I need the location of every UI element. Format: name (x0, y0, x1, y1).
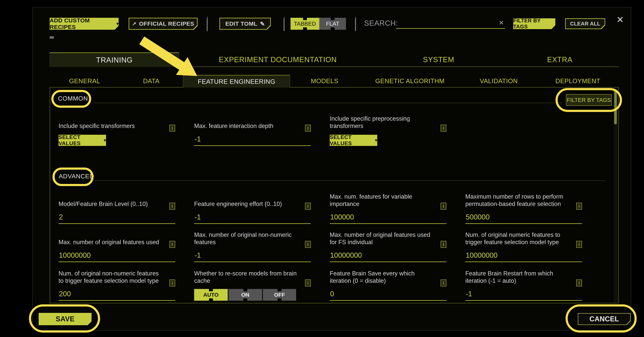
external-arrow-icon: ↗ (132, 21, 136, 27)
clear-all-label: CLEAR ALL (570, 21, 600, 27)
sub-tabs: GENERAL DATA FEATURE ENGINEERING MODELS … (50, 75, 619, 87)
field-label: Num. of original non-numeric features to… (58, 270, 164, 285)
cancel-button[interactable]: CANCEL (578, 313, 631, 325)
search-clear-icon[interactable]: ✕ (499, 19, 504, 26)
view-mode-toggle: TABBED FLAT (290, 18, 346, 30)
field-num-nonnumeric-trigger-fs: Num. of original non-numeric features to… (58, 271, 186, 301)
info-icon[interactable]: i (576, 241, 582, 248)
expert-settings-modal: ADD CUSTOM RECIPES ▾ ↗ OFFICIAL RECIPES … (32, 7, 631, 331)
info-icon[interactable]: i (576, 203, 582, 210)
filter-by-tags-label: FILTER BY TAGS (513, 18, 555, 30)
field-input[interactable] (58, 212, 175, 224)
filter-by-tags-button[interactable]: FILTER BY TAGS (513, 18, 555, 29)
tab-system[interactable]: SYSTEM (376, 52, 501, 67)
tab-experiment-documentation-label: EXPERIMENT DOCUMENTATION (219, 56, 337, 64)
field-input[interactable] (194, 134, 311, 146)
tab-extra[interactable]: EXTRA (501, 52, 619, 67)
view-tabbed-button[interactable]: TABBED (290, 18, 319, 30)
field-label: Feature engineering effort (0..10) (194, 200, 300, 208)
toggle-auto-button[interactable]: AUTO (194, 289, 228, 301)
info-icon[interactable]: i (576, 280, 582, 287)
field-input[interactable] (194, 250, 311, 262)
subtab-models[interactable]: MODELS (290, 75, 359, 87)
field-input[interactable] (194, 212, 311, 224)
toggle-off-label: OFF (274, 292, 285, 298)
tab-training-label: TRAINING (96, 56, 133, 64)
field-max-orig-nonnumeric: Max. number of original non-numeric feat… (194, 232, 322, 262)
field-input[interactable] (465, 289, 582, 301)
add-custom-recipes-label: ADD CUSTOM RECIPES (50, 17, 115, 30)
panel-filter-by-tags-button[interactable]: FILTER BY TAGS (566, 94, 612, 106)
view-tabbed-label: TABBED (294, 21, 316, 27)
subtab-feature-engineering[interactable]: FEATURE ENGINEERING (183, 75, 290, 88)
field-label: Num. of original numeric features to tri… (465, 231, 570, 246)
main-tabs: TRAINING EXPERIMENT DOCUMENTATION SYSTEM… (50, 52, 619, 67)
search-input[interactable] (396, 17, 505, 29)
field-input[interactable] (58, 289, 175, 301)
select-values-button[interactable]: SELECT VALUES ▾ (330, 135, 377, 146)
subtab-genetic-algorithm[interactable]: GENETIC ALGORITHM (359, 75, 461, 87)
subtab-feature-engineering-label: FEATURE ENGINEERING (198, 78, 275, 85)
cancel-button-label: CANCEL (590, 315, 619, 323)
subtab-genetic-algorithm-label: GENETIC ALGORITHM (375, 77, 445, 85)
add-custom-recipes-button[interactable]: ADD CUSTOM RECIPES ▾ (50, 18, 118, 30)
official-recipes-button[interactable]: ↗ OFFICIAL RECIPES (129, 18, 198, 30)
field-max-interaction-depth: Max. feature interaction depth i (194, 116, 322, 146)
info-icon[interactable]: i (170, 280, 175, 287)
field-label: Maximum number of rows to perform permut… (465, 193, 570, 208)
info-icon[interactable]: i (170, 125, 175, 132)
info-icon[interactable]: i (170, 241, 175, 248)
search-label: SEARCH: (364, 19, 398, 27)
field-input[interactable] (330, 289, 446, 301)
subtab-general[interactable]: GENERAL (50, 75, 120, 87)
field-input[interactable] (330, 250, 446, 262)
field-label: Model/Feature Brain Level (0..10) (58, 200, 164, 208)
toggle-off-button[interactable]: OFF (263, 289, 296, 301)
clear-all-button[interactable]: CLEAR ALL (565, 18, 605, 29)
subtab-data[interactable]: DATA (120, 75, 183, 87)
select-values-button[interactable]: SELECT VALUES ▾ (58, 135, 106, 146)
info-icon[interactable]: i (440, 125, 446, 132)
search-box: SEARCH: ✕ (364, 17, 511, 30)
toggle-on-label: ON (241, 292, 249, 298)
chevron-down-icon: ▾ (116, 21, 118, 26)
info-icon[interactable]: i (440, 241, 446, 248)
subtab-validation[interactable]: VALIDATION (461, 75, 537, 87)
info-icon[interactable]: i (305, 280, 311, 287)
tab-training[interactable]: TRAINING (50, 52, 179, 67)
chevron-down-icon: ▾ (104, 138, 106, 143)
horizontal-scrollbar-notch[interactable] (50, 36, 54, 39)
close-icon[interactable]: ✕ (616, 15, 624, 24)
field-max-orig-features-fs: Max. number of original features used fo… (330, 232, 457, 262)
info-icon[interactable]: i (440, 203, 446, 210)
field-input[interactable] (465, 250, 582, 262)
save-button[interactable]: SAVE (39, 313, 92, 325)
field-label: Include specific transformers (58, 122, 164, 130)
info-icon[interactable]: i (305, 125, 311, 132)
tab-experiment-documentation[interactable]: EXPERIMENT DOCUMENTATION (179, 52, 376, 67)
field-input[interactable] (58, 250, 175, 262)
info-icon[interactable]: i (305, 241, 311, 248)
view-flat-button[interactable]: FLAT (319, 18, 346, 30)
screen: ADD CUSTOM RECIPES ▾ ↗ OFFICIAL RECIPES … (0, 0, 644, 337)
advanced-section-title: ADVANCED (59, 173, 94, 180)
subtab-deployment[interactable]: DEPLOYMENT (537, 75, 619, 87)
field-fe-effort: Feature engineering effort (0..10) i (194, 194, 322, 224)
field-max-rows-perm-fs: Maximum number of rows to perform permut… (465, 194, 593, 224)
toolbar-divider (207, 17, 208, 31)
field-label: Include specific preprocessing transform… (330, 115, 435, 130)
toggle-on-button[interactable]: ON (228, 289, 262, 301)
scrollbar-thumb[interactable] (614, 89, 617, 124)
field-num-numeric-trigger-fs: Num. of original numeric features to tri… (465, 232, 593, 262)
field-input[interactable] (465, 212, 582, 224)
vertical-scrollbar[interactable] (614, 88, 618, 302)
field-input[interactable] (330, 212, 446, 224)
view-flat-label: FLAT (326, 21, 340, 27)
info-icon[interactable]: i (305, 203, 311, 210)
info-icon[interactable]: i (440, 280, 446, 287)
info-icon[interactable]: i (170, 203, 175, 210)
edit-toml-button[interactable]: EDIT TOML ✎ (220, 18, 271, 30)
field-label: Max. feature interaction depth (194, 122, 300, 130)
select-values-label: SELECT VALUES (58, 134, 102, 146)
toolbar-divider (284, 17, 284, 31)
